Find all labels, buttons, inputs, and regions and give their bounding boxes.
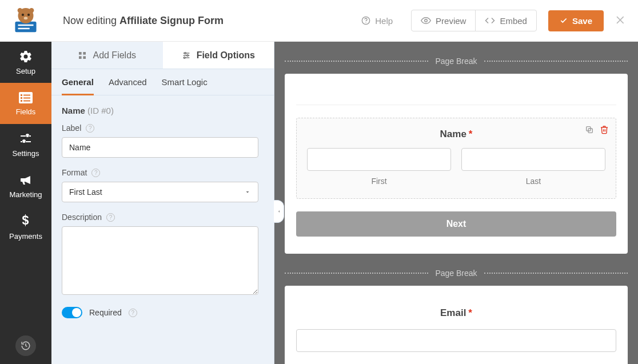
nav-payments[interactable]: Payments (0, 206, 51, 247)
divider (296, 105, 616, 105)
nav-setup-label: Setup (16, 67, 35, 75)
first-name-input[interactable] (307, 148, 451, 171)
panel-body: Name (ID #0) Label ? Format ? First Last… (51, 95, 274, 364)
svg-point-28 (184, 57, 185, 58)
nav-settings[interactable]: Settings (0, 124, 51, 165)
field-heading-name: Name (62, 106, 85, 115)
help-link[interactable]: Help (361, 16, 393, 26)
field-heading-id: (ID #0) (87, 106, 114, 115)
svg-rect-2 (18, 28, 30, 30)
embed-button[interactable]: Embed (475, 10, 536, 31)
page-break-1[interactable]: Page Break (285, 57, 628, 66)
tab-field-options[interactable]: Field Options (163, 42, 274, 69)
nav-payments-label: Payments (9, 232, 42, 241)
svg-point-8 (29, 8, 34, 13)
help-icon (361, 16, 370, 25)
name-field-selected[interactable]: Name* First Last (296, 118, 616, 199)
form-name[interactable]: Affiliate Signup Form (119, 15, 224, 26)
svg-rect-19 (79, 52, 82, 55)
name-field-title: Name* (307, 129, 605, 140)
subtabs: General Advanced Smart Logic (51, 69, 274, 95)
save-button[interactable]: Save (548, 10, 604, 31)
grid-icon (78, 51, 87, 60)
embed-label: Embed (500, 16, 527, 26)
copy-icon (585, 125, 594, 134)
page-break-2[interactable]: Page Break (285, 269, 628, 278)
duplicate-field-button[interactable] (585, 125, 594, 136)
page-break-label: Page Break (435, 57, 477, 66)
code-icon (485, 15, 495, 26)
help-icon[interactable]: ? (129, 309, 137, 317)
next-button[interactable]: Next (296, 211, 616, 237)
preview-embed-group: Preview Embed (411, 10, 537, 31)
bullhorn-icon (19, 173, 33, 187)
required-row: Required ? (62, 307, 264, 318)
format-caption: Format (62, 168, 87, 177)
svg-rect-1 (18, 25, 34, 26)
svg-rect-21 (79, 56, 82, 59)
subtab-general[interactable]: General (62, 77, 94, 95)
check-icon (560, 17, 568, 25)
editing-prefix: Now editing (63, 15, 117, 26)
subtab-smart-logic[interactable]: Smart Logic (162, 77, 208, 95)
chevron-left-icon (277, 207, 281, 215)
eye-icon (421, 15, 431, 26)
app-logo (0, 0, 51, 42)
format-select[interactable]: First Last (62, 182, 258, 202)
help-icon[interactable]: ? (86, 124, 94, 133)
top-actions: Help Preview Embed Save (361, 10, 638, 31)
required-toggle[interactable] (62, 307, 82, 318)
required-star: * (469, 129, 473, 139)
history-button[interactable] (15, 335, 36, 356)
format-group: Format ? First Last (62, 168, 264, 202)
nav-marketing[interactable]: Marketing (0, 165, 51, 206)
email-input[interactable] (296, 329, 616, 352)
description-input[interactable] (62, 226, 258, 295)
svg-rect-13 (21, 94, 22, 96)
tab-add-fields[interactable]: Add Fields (51, 42, 163, 69)
format-value: First Last (69, 187, 102, 197)
svg-rect-15 (21, 97, 22, 99)
side-panel: Add Fields Field Options General Advance… (51, 42, 274, 364)
svg-point-4 (22, 14, 24, 16)
last-caption: Last (526, 177, 541, 186)
preview-button[interactable]: Preview (412, 10, 475, 31)
help-icon[interactable]: ? (91, 169, 100, 177)
gear-icon (19, 50, 33, 63)
preview-canvas[interactable]: Page Break Name* First (274, 42, 638, 364)
nav-fields-label: Fields (16, 107, 36, 116)
sliders-icon (182, 51, 191, 60)
delete-field-button[interactable] (600, 125, 609, 136)
svg-rect-18 (23, 100, 30, 101)
nav-settings-label: Settings (13, 149, 39, 158)
svg-point-5 (27, 14, 30, 16)
page-break-label: Page Break (435, 269, 477, 278)
nav-setup[interactable]: Setup (0, 42, 51, 83)
last-name-col: Last (461, 148, 605, 186)
wpforms-logo-icon (10, 5, 41, 36)
required-label: Required (89, 308, 122, 317)
sliders-icon (19, 132, 33, 146)
preview-label: Preview (436, 16, 466, 26)
label-input[interactable] (62, 137, 258, 158)
label-caption: Label (62, 123, 81, 133)
left-nav: Setup Fields Settings Marketing Payments (0, 42, 51, 364)
subtab-advanced[interactable]: Advanced (109, 77, 147, 95)
svg-rect-16 (23, 97, 30, 98)
help-icon[interactable]: ? (106, 213, 115, 222)
dollar-icon (21, 214, 31, 229)
required-star: * (468, 307, 472, 318)
description-caption: Description (62, 213, 102, 222)
nav-fields[interactable]: Fields (0, 83, 51, 124)
tab-add-fields-label: Add Fields (93, 50, 136, 61)
form-page-1: Name* First Last Next (285, 74, 628, 254)
panel-tabs: Add Fields Field Options (51, 42, 274, 69)
close-button[interactable] (615, 14, 627, 27)
nav-marketing-label: Marketing (9, 190, 42, 199)
field-actions (585, 125, 609, 136)
panel-collapse-handle[interactable] (274, 200, 284, 223)
nav-bottom (0, 327, 51, 364)
svg-rect-14 (23, 94, 30, 95)
last-name-input[interactable] (461, 148, 605, 171)
history-icon (21, 341, 31, 351)
